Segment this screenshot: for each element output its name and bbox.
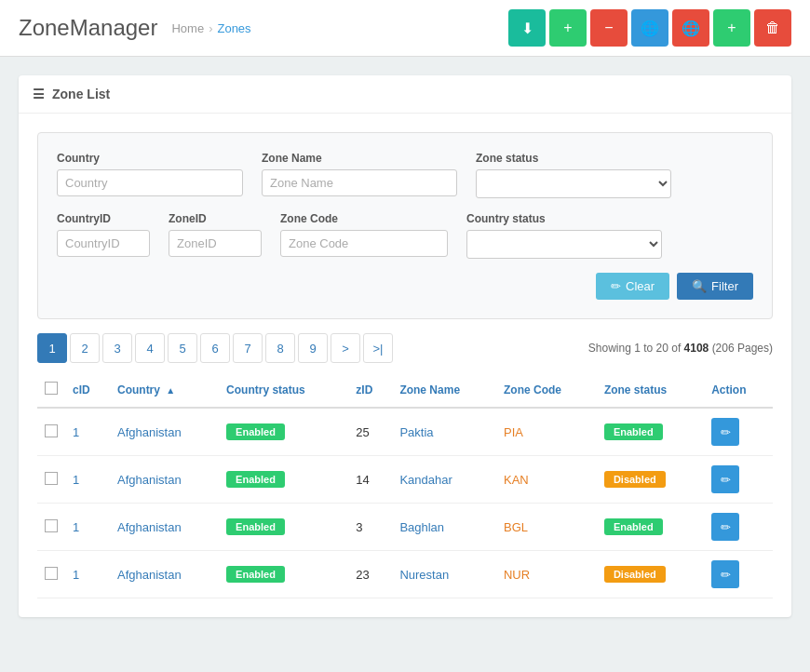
add2-button[interactable]: +	[713, 9, 750, 47]
header-checkbox-col	[37, 372, 65, 408]
zone-name-link[interactable]: Paktia	[399, 425, 433, 439]
row-action: ✏	[704, 408, 773, 456]
cid-link[interactable]: 1	[73, 473, 79, 487]
page-button->[interactable]: >	[331, 333, 360, 363]
row-country-status: Enabled	[219, 551, 348, 598]
zoneid-input[interactable]	[169, 230, 262, 257]
row-checkbox[interactable]	[45, 519, 58, 532]
table-header-row: cID Country ▲ Country status zID Zone Na…	[37, 372, 773, 408]
country-status-label: Country status	[466, 212, 662, 225]
row-checkbox[interactable]	[45, 424, 58, 437]
row-country: Afghanistan	[110, 551, 219, 598]
zone-code-label: Zone Code	[280, 212, 448, 225]
row-zone-status: Disabled	[597, 456, 704, 504]
download-button[interactable]: ⬇	[508, 9, 546, 47]
edit-button[interactable]: ✏	[711, 560, 739, 588]
edit-button[interactable]: ✏	[711, 465, 739, 493]
zone-name-link[interactable]: Kandahar	[399, 473, 452, 487]
list-icon: ☰	[33, 87, 45, 101]
zone-name-input[interactable]	[262, 169, 457, 196]
sort-arrow-country: ▲	[166, 385, 175, 396]
country-link[interactable]: Afghanistan	[117, 568, 182, 582]
row-checkbox[interactable]	[45, 472, 58, 485]
cid-link[interactable]: 1	[73, 425, 79, 439]
select-all-checkbox[interactable]	[45, 382, 58, 395]
page-button->|[interactable]: >|	[363, 333, 393, 363]
header-buttons: ⬇ + − 🌐 🌐 + 🗑	[508, 9, 791, 47]
filter-button[interactable]: 🔍 Filter	[677, 273, 753, 300]
zone-code-link[interactable]: KAN	[504, 473, 529, 487]
edit-button[interactable]: ✏	[711, 418, 739, 446]
showing-label: Showing 1 to 20 of	[588, 342, 684, 355]
page-button-2[interactable]: 2	[70, 333, 100, 363]
page-button-3[interactable]: 3	[102, 333, 132, 363]
page-button-9[interactable]: 9	[298, 333, 328, 363]
country-label: Country	[57, 152, 243, 165]
status-badge-enabled: Enabled	[226, 423, 285, 440]
countryid-label: CountryID	[57, 212, 150, 225]
breadcrumb-home[interactable]: Home	[171, 21, 204, 35]
page-button-7[interactable]: 7	[233, 333, 263, 363]
row-checkbox-cell	[37, 504, 65, 551]
page-button-4[interactable]: 4	[135, 333, 165, 363]
country-filter-group: Country	[57, 152, 243, 198]
cid-link[interactable]: 1	[73, 520, 79, 534]
breadcrumb-separator: ›	[209, 21, 212, 35]
row-zone-code: PIA	[496, 408, 597, 456]
edit-button[interactable]: ✏	[711, 513, 739, 541]
country-link[interactable]: Afghanistan	[117, 520, 182, 534]
row-zid: 25	[348, 408, 392, 456]
zone-code-input[interactable]	[280, 230, 448, 257]
zone-list-card: ☰ Zone List Country Zone Name Zone	[19, 75, 791, 617]
filter-row-1: Country Zone Name Zone status Enabled Di…	[57, 152, 753, 198]
status-badge-enabled: Enabled	[604, 518, 663, 535]
row-zone-code: KAN	[496, 456, 597, 504]
header-country[interactable]: Country ▲	[110, 372, 219, 408]
delete-button[interactable]: 🗑	[754, 9, 791, 47]
table-body: 1 Afghanistan Enabled 25 Paktia PIA Enab…	[37, 408, 773, 598]
zone-status-select[interactable]: Enabled Disabled	[476, 169, 671, 198]
zone-code-link[interactable]: PIA	[504, 425, 523, 439]
cid-link[interactable]: 1	[73, 568, 79, 582]
page-button-1[interactable]: 1	[37, 333, 67, 363]
zone-name-label: Zone Name	[262, 152, 457, 165]
remove-button[interactable]: −	[590, 9, 628, 47]
country-input[interactable]	[57, 169, 243, 196]
country-link[interactable]: Afghanistan	[117, 425, 182, 439]
clear-button[interactable]: ✏ Clear	[596, 273, 669, 300]
header-action: Action	[704, 372, 773, 408]
row-action: ✏	[704, 551, 773, 598]
row-country-status: Enabled	[219, 504, 348, 551]
countryid-input[interactable]	[57, 230, 150, 257]
zone-name-link[interactable]: Nurestan	[399, 568, 449, 582]
row-cid: 1	[65, 456, 110, 504]
filter-actions: ✏ Clear 🔍 Filter	[57, 273, 753, 300]
header-cid: cID	[65, 372, 110, 408]
country-status-select[interactable]: Enabled Disabled	[466, 230, 662, 259]
country-status-filter-group: Country status Enabled Disabled	[466, 212, 662, 259]
status-badge-disabled: Disabled	[604, 566, 666, 583]
globe-blue-button[interactable]: 🌐	[631, 9, 668, 47]
zone-table: cID Country ▲ Country status zID Zone Na…	[37, 372, 773, 598]
page-button-8[interactable]: 8	[265, 333, 295, 363]
add-button[interactable]: +	[549, 9, 587, 47]
pagination: 123456789>>|	[37, 333, 393, 363]
row-country-status: Enabled	[219, 456, 348, 504]
row-zid: 23	[348, 551, 392, 598]
status-badge-enabled: Enabled	[226, 471, 285, 488]
row-action: ✏	[704, 504, 773, 551]
page-button-6[interactable]: 6	[200, 333, 230, 363]
row-zone-name: Paktia	[392, 408, 496, 456]
page-button-5[interactable]: 5	[168, 333, 197, 363]
zone-code-link[interactable]: BGL	[504, 520, 528, 534]
row-zid: 3	[348, 504, 392, 551]
globe-red-button[interactable]: 🌐	[672, 9, 709, 47]
row-cid: 1	[65, 408, 110, 456]
header-zone-status: Zone status	[597, 372, 704, 408]
eraser-icon: ✏	[611, 279, 621, 293]
country-link[interactable]: Afghanistan	[117, 473, 182, 487]
breadcrumb-current: Zones	[217, 21, 250, 35]
zone-name-link[interactable]: Baghlan	[399, 520, 444, 534]
row-checkbox[interactable]	[45, 567, 58, 580]
zone-code-link[interactable]: NUR	[504, 568, 530, 582]
